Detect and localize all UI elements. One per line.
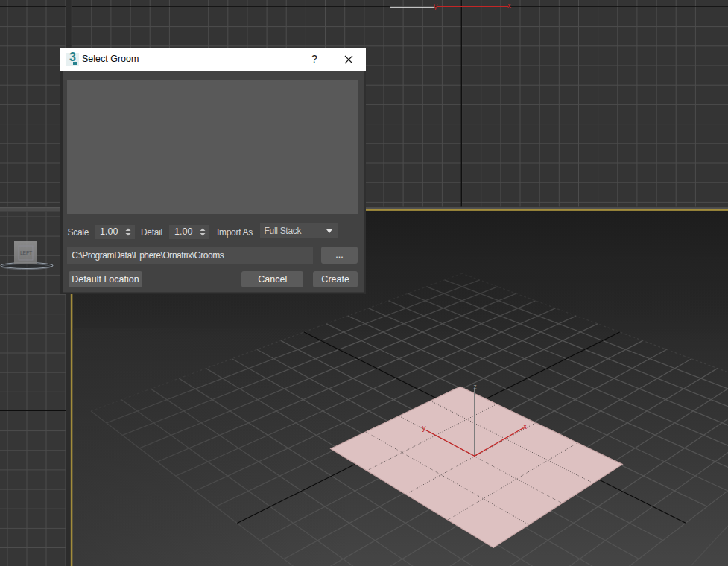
svg-text:x: x <box>523 422 527 430</box>
svg-text:y: y <box>422 424 426 432</box>
svg-text:y: y <box>434 2 437 10</box>
svg-text:LEFT: LEFT <box>20 250 33 255</box>
svg-text:x: x <box>507 1 511 10</box>
svg-text:z: z <box>474 383 477 390</box>
